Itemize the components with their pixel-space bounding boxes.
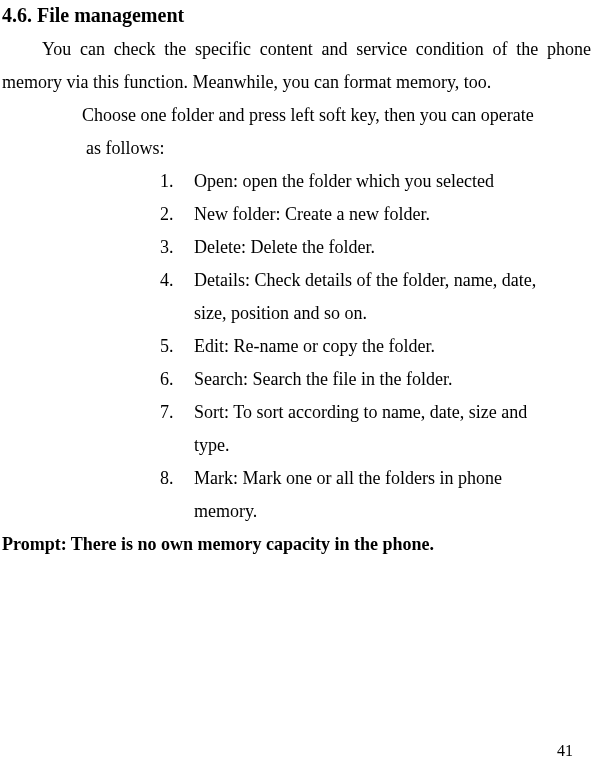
- list-text: Delete: Delete the folder.: [194, 237, 375, 257]
- list-text: Edit: Re-name or copy the folder.: [194, 336, 435, 356]
- list-text: Open: open the folder which you selected: [194, 171, 494, 191]
- list-item: 2.New folder: Create a new folder.: [160, 198, 563, 231]
- list-text: Mark: Mark one or all the folders in pho…: [194, 468, 502, 521]
- list-number: 6.: [160, 363, 174, 396]
- list-number: 3.: [160, 231, 174, 264]
- list-number: 1.: [160, 165, 174, 198]
- document-page: 4.6. File management You can check the s…: [0, 4, 593, 772]
- numbered-list: 1.Open: open the folder which you select…: [0, 165, 593, 528]
- intro-text: You can check the specific content and s…: [2, 39, 591, 92]
- list-item: 7.Sort: To sort according to name, date,…: [160, 396, 563, 462]
- instruction-paragraph: Choose one folder and press left soft ke…: [86, 99, 593, 165]
- list-number: 4.: [160, 264, 174, 297]
- list-number: 2.: [160, 198, 174, 231]
- list-text: Search: Search the file in the folder.: [194, 369, 452, 389]
- list-item: 6.Search: Search the file in the folder.: [160, 363, 563, 396]
- list-item: 3.Delete: Delete the folder.: [160, 231, 563, 264]
- section-heading: 4.6. File management: [0, 4, 593, 27]
- list-number: 5.: [160, 330, 174, 363]
- list-item: 5.Edit: Re-name or copy the folder.: [160, 330, 563, 363]
- prompt-line: Prompt: There is no own memory capacity …: [2, 528, 593, 561]
- list-number: 7.: [160, 396, 174, 429]
- list-item: 8.Mark: Mark one or all the folders in p…: [160, 462, 563, 528]
- list-text: Sort: To sort according to name, date, s…: [194, 402, 527, 455]
- page-number: 41: [557, 742, 573, 760]
- instruction-text: Choose one folder and press left soft ke…: [86, 99, 553, 165]
- list-item: 1.Open: open the folder which you select…: [160, 165, 563, 198]
- intro-paragraph: You can check the specific content and s…: [2, 33, 591, 99]
- list-number: 8.: [160, 462, 174, 495]
- list-text: Details: Check details of the folder, na…: [194, 270, 536, 323]
- list-text: New folder: Create a new folder.: [194, 204, 430, 224]
- list-item: 4.Details: Check details of the folder, …: [160, 264, 563, 330]
